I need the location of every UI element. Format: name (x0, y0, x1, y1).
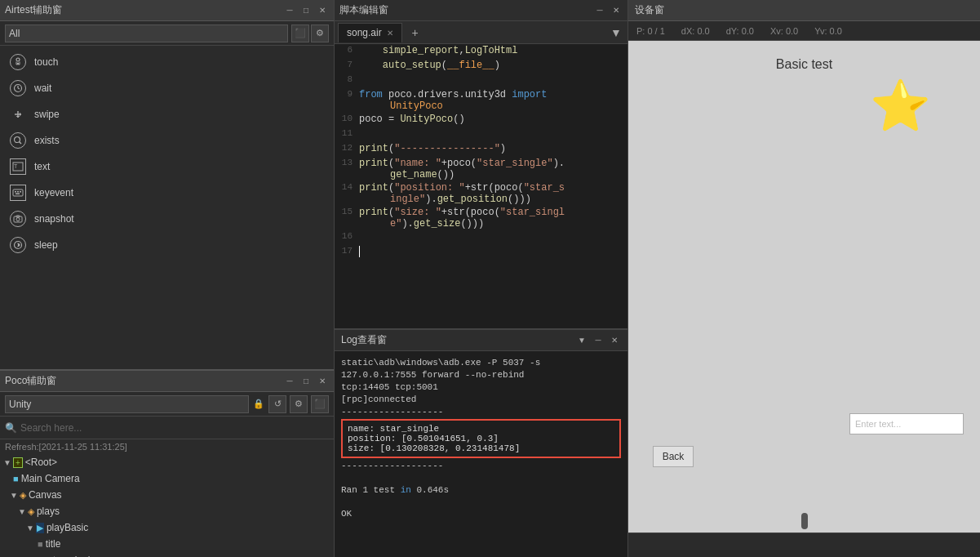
log-ran-line: Ran 1 test in 0.646s (341, 484, 621, 496)
poco-panel: Poco辅助窗 ─ □ ✕ Unity Android iOS 🔒 ↺ ⚙ ⬛ … (0, 369, 334, 557)
actions-list: touch wait swipe (0, 46, 334, 369)
stat-page: P: 0 / 1 (636, 26, 665, 36)
script-close-btn[interactable]: ✕ (610, 4, 623, 17)
airtest-minimize-btn[interactable]: ─ (283, 4, 296, 17)
script-minimize-btn[interactable]: ─ (593, 4, 606, 17)
code-line-6: 6 simple_report,LogToHtml (335, 44, 627, 59)
text-icon: T (10, 158, 26, 175)
device-content: Basic test ⭐ Enter text... Back (628, 41, 980, 532)
action-snapshot[interactable]: snapshot (0, 206, 334, 232)
stat-dx: dX: 0.0 (681, 26, 710, 36)
poco-record-btn[interactable]: ⬛ (311, 395, 329, 413)
poco-driver-select[interactable]: Unity Android iOS (5, 395, 249, 413)
svg-rect-15 (20, 191, 21, 193)
airtest-panel: Airtest辅助窗 ─ □ ✕ All Android iOS ⬛ ⚙ (0, 0, 335, 557)
tree-item-star-single[interactable]: ★ star_single (0, 552, 334, 557)
tab-song-air[interactable]: song.air ✕ (338, 23, 402, 42)
svg-rect-14 (17, 191, 19, 193)
airtest-expand-btn[interactable]: □ (299, 4, 313, 17)
airtest-header-icons: ─ □ ✕ (283, 4, 329, 17)
root-badge: + (13, 457, 23, 468)
tree-canvas-label: Canvas (29, 489, 62, 501)
log-name-line: name: star_single (348, 424, 614, 434)
action-swipe[interactable]: swipe (0, 101, 334, 127)
action-keyevent[interactable]: keyevent (0, 180, 334, 206)
action-touch[interactable]: touch (0, 49, 334, 75)
svg-point-8 (15, 137, 20, 143)
airtest-settings-btn[interactable]: ⚙ (311, 25, 329, 42)
action-text[interactable]: T text (0, 154, 334, 180)
tab-bar: song.air ✕ + ▼ (335, 21, 627, 44)
svg-marker-7 (16, 116, 20, 118)
poco-header-icons: ─ □ ✕ (283, 375, 329, 388)
tab-add-btn[interactable]: + (407, 25, 423, 41)
svg-marker-5 (20, 113, 21, 117)
action-sleep[interactable]: sleep (0, 232, 334, 258)
action-wait[interactable]: wait (0, 75, 334, 101)
tree-item-main-camera[interactable]: ■ Main Camera (0, 470, 334, 487)
poco-refresh-btn[interactable]: ↺ (268, 395, 286, 413)
tab-label: song.air (347, 27, 382, 38)
log-ok-line: OK (341, 509, 621, 519)
search-row: 🔍 (0, 417, 334, 439)
stat-yv: Yv: 0.0 (814, 26, 842, 36)
camera-icon: ■ (13, 474, 19, 483)
tree-refresh-label: Refresh:[2021-11-25 11:31:25] (0, 439, 334, 454)
tree-plays-label: plays (37, 506, 60, 517)
tab-close-btn[interactable]: ✕ (387, 29, 393, 38)
log-panel: Log查看窗 ▼ ─ ✕ static\adb\windows\adb.exe … (335, 328, 627, 557)
snapshot-icon (10, 211, 26, 227)
poco-expand-btn[interactable]: □ (299, 375, 313, 388)
touch-label: touch (34, 56, 58, 68)
tree-item-plays[interactable]: ▼ ◈ plays (0, 503, 334, 519)
plays-arrow: ▼ (18, 507, 26, 516)
tree-item-title[interactable]: ■ title (0, 536, 334, 552)
device-title: 设备窗 (635, 3, 664, 17)
code-editor[interactable]: 6 simple_report,LogToHtml 7 auto_setup(_… (335, 44, 627, 328)
poco-title: Poco辅助窗 (5, 374, 56, 388)
poco-search-input[interactable] (20, 422, 329, 434)
tree-item-playbasic[interactable]: ▼ ▶ playBasic (0, 519, 334, 536)
swipe-icon (10, 106, 26, 123)
airtest-record-btn[interactable]: ⬛ (291, 25, 309, 42)
poco-minimize-btn[interactable]: ─ (283, 375, 296, 388)
device-back-button[interactable]: Back (653, 446, 694, 467)
stat-dy: dY: 0.0 (726, 26, 754, 36)
script-editor-title: 脚本编辑窗 (339, 3, 388, 17)
log-minimize-btn[interactable]: ─ (592, 334, 605, 347)
script-header-icons: ─ ✕ (593, 4, 623, 17)
wait-label: wait (34, 82, 51, 94)
code-line-17: 17 (335, 245, 627, 260)
airtest-filter-select[interactable]: All Android iOS (5, 25, 288, 42)
sleep-icon (10, 237, 26, 253)
title-icon: ■ (38, 539, 43, 549)
log-line-4: [rpc]connected (341, 394, 621, 405)
code-line-14: 14 print("position: "+str(poco("star_sin… (335, 181, 627, 206)
log-highlighted-block: name: star_single position: [0.501041651… (341, 419, 621, 458)
tab-menu-btn[interactable]: ▼ (608, 25, 624, 41)
device-text-input[interactable]: Enter text... (849, 413, 964, 434)
tree-root-label: <Root> (25, 457, 57, 468)
airtest-close-btn[interactable]: ✕ (316, 4, 329, 17)
text-label: text (34, 161, 50, 172)
device-input-placeholder: Enter text... (855, 419, 901, 429)
svg-point-0 (16, 58, 20, 61)
poco-close-btn[interactable]: ✕ (316, 375, 329, 388)
tree-item-root[interactable]: ▼ + <Root> (0, 454, 334, 470)
action-exists[interactable]: exists (0, 127, 334, 154)
poco-dropdown-row: Unity Android iOS 🔒 ↺ ⚙ ⬛ (0, 392, 334, 417)
svg-rect-12 (13, 189, 23, 196)
playbasic-icon: ▶ (36, 523, 44, 533)
log-line-5: ------------------- (341, 406, 621, 417)
tree-item-canvas[interactable]: ▼ ◈ Canvas (0, 487, 334, 503)
search-icon: 🔍 (5, 422, 17, 434)
poco-header: Poco辅助窗 ─ □ ✕ (0, 371, 334, 392)
keyevent-label: keyevent (34, 187, 73, 198)
log-filter-btn[interactable]: ▼ (575, 334, 588, 347)
log-blank-line (341, 497, 621, 508)
canvas-arrow: ▼ (10, 491, 18, 500)
lock-icon[interactable]: 🔒 (252, 398, 265, 411)
device-screen: Basic test ⭐ Enter text... Back (628, 41, 980, 532)
log-close-btn[interactable]: ✕ (608, 334, 621, 347)
poco-settings-btn[interactable]: ⚙ (290, 395, 308, 413)
